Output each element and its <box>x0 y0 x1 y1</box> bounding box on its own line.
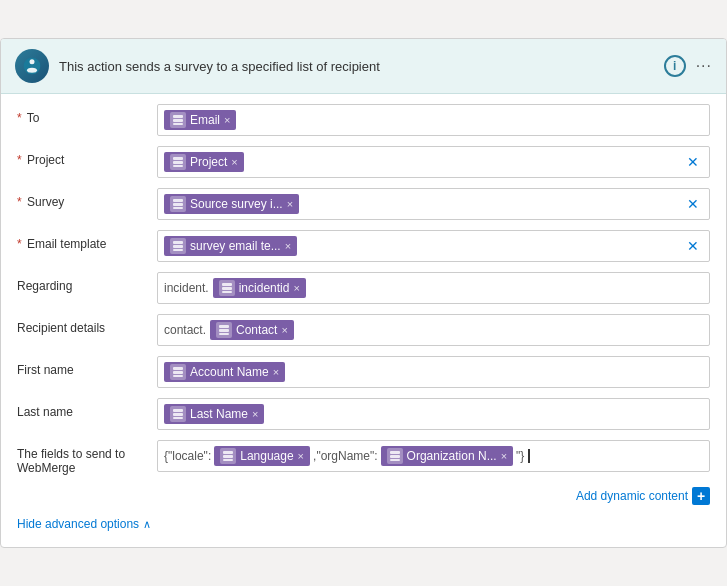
survey-tag-close[interactable]: × <box>287 198 293 210</box>
to-tag-close[interactable]: × <box>224 114 230 126</box>
svg-point-1 <box>30 59 35 64</box>
db-icon <box>170 238 186 254</box>
svg-rect-5 <box>173 123 183 125</box>
webmerge-suffix: "} <box>516 449 524 463</box>
add-dynamic-content-button[interactable]: Add dynamic content + <box>576 487 710 505</box>
db-icon <box>170 112 186 128</box>
svg-rect-3 <box>173 115 183 118</box>
db-icon <box>170 196 186 212</box>
svg-rect-15 <box>222 283 232 286</box>
app-icon <box>15 49 49 83</box>
svg-rect-18 <box>219 325 229 328</box>
to-tag-email: Email × <box>164 110 236 130</box>
db-icon <box>170 364 186 380</box>
webmerge-language-close[interactable]: × <box>298 450 304 462</box>
recipient-details-label: Recipient details <box>17 314 157 335</box>
svg-rect-24 <box>173 409 183 412</box>
svg-rect-19 <box>219 329 229 332</box>
db-icon <box>219 280 235 296</box>
action-card: This action sends a survey to a specifie… <box>0 38 727 548</box>
email-template-tag: survey email te... × <box>164 236 297 256</box>
project-label: * Project <box>17 146 157 167</box>
more-button[interactable]: ··· <box>696 57 712 75</box>
header-title: This action sends a survey to a specifie… <box>59 59 654 74</box>
svg-rect-21 <box>173 367 183 370</box>
svg-rect-8 <box>173 165 183 167</box>
regarding-tag: incidentid × <box>213 278 306 298</box>
webmerge-orgname-close[interactable]: × <box>501 450 507 462</box>
to-tag-text: Email <box>190 113 220 127</box>
svg-rect-31 <box>390 455 400 458</box>
svg-rect-9 <box>173 199 183 202</box>
svg-rect-32 <box>390 459 400 461</box>
hide-advanced-button[interactable]: Hide advanced options ∧ <box>17 511 710 535</box>
email-template-tag-close[interactable]: × <box>285 240 291 252</box>
chevron-up-icon: ∧ <box>143 518 151 531</box>
first-name-tag-close[interactable]: × <box>273 366 279 378</box>
survey-row: * Survey Source survey i... × ✕ <box>17 188 710 222</box>
survey-field[interactable]: Source survey i... × ✕ <box>157 188 710 220</box>
svg-rect-7 <box>173 161 183 164</box>
svg-rect-16 <box>222 287 232 290</box>
project-field[interactable]: Project × ✕ <box>157 146 710 178</box>
header-actions: i ··· <box>664 55 712 77</box>
svg-rect-6 <box>173 157 183 160</box>
svg-rect-30 <box>390 451 400 454</box>
svg-rect-14 <box>173 249 183 251</box>
webmerge-orgname-text: Organization N... <box>407 449 497 463</box>
survey-clear-button[interactable]: ✕ <box>683 196 703 212</box>
info-button[interactable]: i <box>664 55 686 77</box>
last-name-field[interactable]: Last Name × <box>157 398 710 430</box>
svg-rect-20 <box>219 333 229 335</box>
webmerge-tag-orgname: Organization N... × <box>381 446 513 466</box>
to-required: * <box>17 111 22 125</box>
regarding-tag-close[interactable]: × <box>293 282 299 294</box>
recipient-tag-text: Contact <box>236 323 277 337</box>
svg-rect-22 <box>173 371 183 374</box>
svg-rect-23 <box>173 375 183 377</box>
recipient-tag: Contact × <box>210 320 294 340</box>
to-row: * To Email × <box>17 104 710 138</box>
to-field[interactable]: Email × <box>157 104 710 136</box>
card-header: This action sends a survey to a specifie… <box>1 39 726 94</box>
last-name-row: Last name Last Name × <box>17 398 710 432</box>
regarding-tag-text: incidentid <box>239 281 290 295</box>
project-required: * <box>17 153 22 167</box>
project-clear-button[interactable]: ✕ <box>683 154 703 170</box>
email-template-tag-text: survey email te... <box>190 239 281 253</box>
webmerge-row: The fields to send to WebMerge {"locale"… <box>17 440 710 475</box>
last-name-tag-close[interactable]: × <box>252 408 258 420</box>
svg-rect-10 <box>173 203 183 206</box>
survey-tag-text: Source survey i... <box>190 197 283 211</box>
add-dynamic-plus-icon: + <box>692 487 710 505</box>
email-template-label: * Email template <box>17 230 157 251</box>
survey-label: * Survey <box>17 188 157 209</box>
webmerge-label: The fields to send to WebMerge <box>17 440 157 475</box>
project-row: * Project Project × ✕ <box>17 146 710 180</box>
last-name-tag-text: Last Name <box>190 407 248 421</box>
svg-rect-26 <box>173 417 183 419</box>
last-name-label: Last name <box>17 398 157 419</box>
email-template-field[interactable]: survey email te... × ✕ <box>157 230 710 262</box>
regarding-field[interactable]: incident. incidentid × <box>157 272 710 304</box>
recipient-details-field[interactable]: contact. Contact × <box>157 314 710 346</box>
last-name-tag: Last Name × <box>164 404 264 424</box>
recipient-details-row: Recipient details contact. Contact × <box>17 314 710 348</box>
db-icon <box>170 154 186 170</box>
card-body: * To Email × * Project <box>1 94 726 547</box>
project-tag-close[interactable]: × <box>231 156 237 168</box>
webmerge-language-text: Language <box>240 449 293 463</box>
svg-rect-17 <box>222 291 232 293</box>
db-icon <box>220 448 236 464</box>
first-name-field[interactable]: Account Name × <box>157 356 710 388</box>
svg-rect-29 <box>223 459 233 461</box>
svg-rect-25 <box>173 413 183 416</box>
first-name-tag-text: Account Name <box>190 365 269 379</box>
svg-rect-12 <box>173 241 183 244</box>
recipient-tag-close[interactable]: × <box>281 324 287 336</box>
webmerge-field[interactable]: {"locale": Language × ,"orgName": Organi… <box>157 440 710 472</box>
db-icon <box>216 322 232 338</box>
email-template-clear-button[interactable]: ✕ <box>683 238 703 254</box>
email-template-required: * <box>17 237 22 251</box>
svg-rect-28 <box>223 455 233 458</box>
